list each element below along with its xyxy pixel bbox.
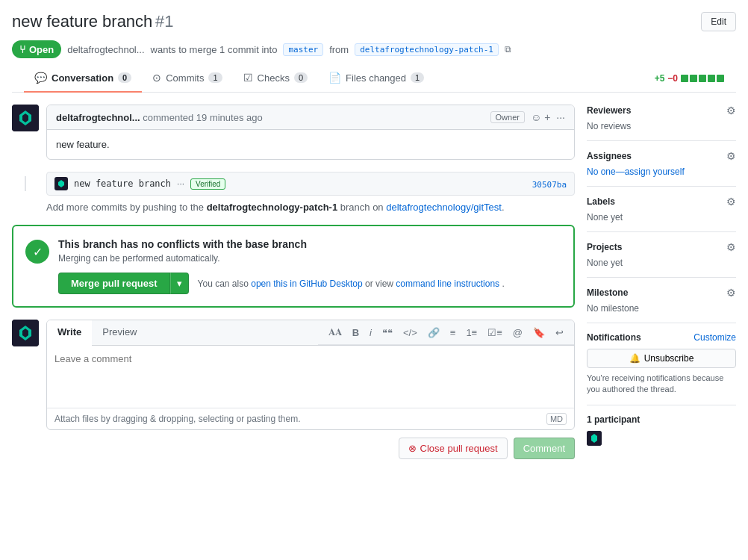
comment-author[interactable]: deltafrogtechnol...: [56, 112, 140, 123]
projects-title: Projects: [587, 242, 622, 252]
copy-branch-icon[interactable]: ⧉: [505, 44, 511, 55]
labels-value: None yet: [587, 212, 736, 223]
reviewers-header: Reviewers ⚙: [587, 105, 736, 116]
assignees-value[interactable]: No one—assign yourself: [587, 167, 736, 177]
comment-body: new feature.: [47, 130, 574, 159]
command-line-link[interactable]: command line instructions: [396, 279, 499, 289]
merge-dropdown-button[interactable]: ▾: [170, 273, 189, 294]
tab-files-changed[interactable]: 📄 Files changed 1: [318, 64, 434, 93]
commit-ellipsis: ···: [177, 178, 184, 189]
notifications-section: Notifications Customize 🔔 Unsubscribe Yo…: [587, 323, 736, 405]
reviewers-value: No reviews: [587, 121, 736, 131]
head-branch-tag[interactable]: deltafrogtechnology-patch-1: [355, 43, 499, 56]
base-branch-tag[interactable]: master: [283, 43, 323, 56]
checks-icon: ☑: [243, 72, 253, 84]
merge-hint: You can also open this in GitHub Desktop…: [198, 279, 505, 289]
merge-pull-request-button[interactable]: Merge pull request: [58, 273, 170, 294]
labels-header: Labels ⚙: [587, 196, 736, 208]
commits-count: 1: [208, 72, 222, 83]
reviewers-gear-icon[interactable]: ⚙: [726, 105, 736, 116]
tab-commits[interactable]: ⊙ Commits 1: [142, 64, 232, 93]
preview-tab[interactable]: Preview: [92, 320, 147, 346]
assignees-gear-icon[interactable]: ⚙: [726, 150, 736, 162]
commit-message: new feature branch: [74, 178, 171, 189]
tab-conversation[interactable]: 💬 Conversation 0: [24, 64, 142, 93]
commit-sha[interactable]: 30507ba: [532, 178, 567, 190]
notifications-header: Notifications Customize: [587, 332, 736, 343]
comment-form-card: Write Preview 𝐀𝐀 B i ❝❝ </> 🔗 ≡: [46, 320, 575, 430]
current-user-avatar: [12, 320, 39, 346]
milestone-header: Milestone ⚙: [587, 287, 736, 299]
reply-button[interactable]: ↩: [552, 326, 567, 340]
projects-gear-icon[interactable]: ⚙: [726, 241, 736, 253]
deletions-stat: −0: [667, 73, 678, 84]
milestone-gear-icon[interactable]: ⚙: [726, 287, 736, 299]
checks-count: 0: [294, 72, 308, 83]
conversation-count: 0: [118, 72, 131, 83]
participants-section: 1 participant: [587, 405, 736, 457]
additions-stat: +5: [655, 73, 665, 84]
svg-marker-3: [58, 180, 64, 187]
tab-checks[interactable]: ☑ Checks 0: [233, 64, 318, 93]
form-actions: ⊗ Close pull request Comment: [46, 430, 575, 459]
italic-button[interactable]: i: [367, 326, 375, 340]
milestone-title: Milestone: [587, 287, 628, 298]
bold-button[interactable]: B: [349, 326, 362, 340]
task-list-button[interactable]: ☑≡: [484, 326, 505, 340]
pr-number: #1: [155, 12, 173, 31]
labels-section: Labels ⚙ None yet: [587, 187, 736, 232]
unordered-list-button[interactable]: ≡: [447, 326, 459, 340]
labels-title: Labels: [587, 196, 615, 207]
owner-badge: Owner: [490, 111, 525, 123]
milestone-section: Milestone ⚙ No milestone: [587, 278, 736, 323]
comment-card: deltafrogtechnol... commented 19 minutes…: [46, 105, 575, 160]
ordered-list-button[interactable]: 1≡: [463, 326, 480, 340]
right-sidebar: Reviewers ⚙ No reviews Assignees ⚙ No on…: [587, 105, 736, 459]
avatar-svg: [12, 105, 39, 131]
push-repo-link[interactable]: deltafrogtechnology/gitTest: [386, 202, 502, 213]
projects-section: Projects ⚙ None yet: [587, 232, 736, 278]
reference-button[interactable]: 🔖: [530, 326, 548, 340]
projects-header: Projects ⚙: [587, 241, 736, 253]
push-message: Add more commits by pushing to the delta…: [46, 202, 575, 213]
comment-actions: Owner ☺ + ···: [490, 111, 565, 123]
tabs-bar: 💬 Conversation 0 ⊙ Commits 1 ☑ Checks 0 …: [12, 64, 736, 93]
customize-link[interactable]: Customize: [694, 332, 736, 343]
code-button[interactable]: </>: [400, 326, 420, 340]
close-pull-request-button[interactable]: ⊗ Close pull request: [399, 438, 508, 459]
write-tab[interactable]: Write: [47, 320, 92, 346]
open-github-desktop-link[interactable]: open this in GitHub Desktop: [251, 279, 362, 289]
commit-avatar: [54, 177, 68, 190]
comment-form-section: Write Preview 𝐀𝐀 B i ❝❝ </> 🔗 ≡: [12, 320, 575, 459]
link-button[interactable]: 🔗: [425, 326, 443, 340]
heading-button[interactable]: 𝐀𝐀: [325, 325, 345, 340]
unsubscribe-button[interactable]: 🔔 Unsubscribe: [587, 349, 736, 368]
participant-avatar: [587, 431, 602, 446]
notifications-description: You're receiving notifications because y…: [587, 373, 736, 396]
comment-submit-button[interactable]: Comment: [514, 438, 575, 459]
edit-button[interactable]: Edit: [701, 12, 736, 31]
more-options-button[interactable]: ···: [556, 111, 565, 123]
merge-subtitle: Merging can be performed automatically.: [58, 253, 561, 264]
merge-success-icon: ✓: [25, 240, 49, 264]
diff-block-4: [708, 75, 715, 82]
reaction-button[interactable]: ☺ +: [531, 111, 550, 123]
diff-block-5: [717, 75, 724, 82]
current-user-avatar-svg: [12, 320, 39, 346]
comment-toolbar: 𝐀𝐀 B i ❝❝ </> 🔗 ≡ 1≡ ☑≡ @ 🔖: [318, 320, 574, 345]
markdown-icon: MD: [546, 413, 567, 425]
projects-value: None yet: [587, 258, 736, 268]
merge-section: ✓ This branch has no conflicts with the …: [12, 225, 575, 308]
merge-button-group: Merge pull request ▾: [58, 273, 189, 294]
diff-stat: +5 −0: [655, 73, 724, 84]
mention-button[interactable]: @: [510, 326, 526, 340]
merge-actions: Merge pull request ▾ You can also open t…: [58, 273, 561, 294]
files-icon: 📄: [328, 72, 341, 84]
reviewers-section: Reviewers ⚙ No reviews: [587, 105, 736, 141]
comment-textarea[interactable]: [47, 346, 574, 405]
quote-button[interactable]: ❝❝: [379, 326, 396, 340]
attach-hint: Attach files by dragging & dropping, sel…: [54, 414, 301, 424]
close-icon: ⊗: [408, 443, 417, 454]
labels-gear-icon[interactable]: ⚙: [726, 196, 736, 208]
bell-icon: 🔔: [629, 353, 641, 364]
